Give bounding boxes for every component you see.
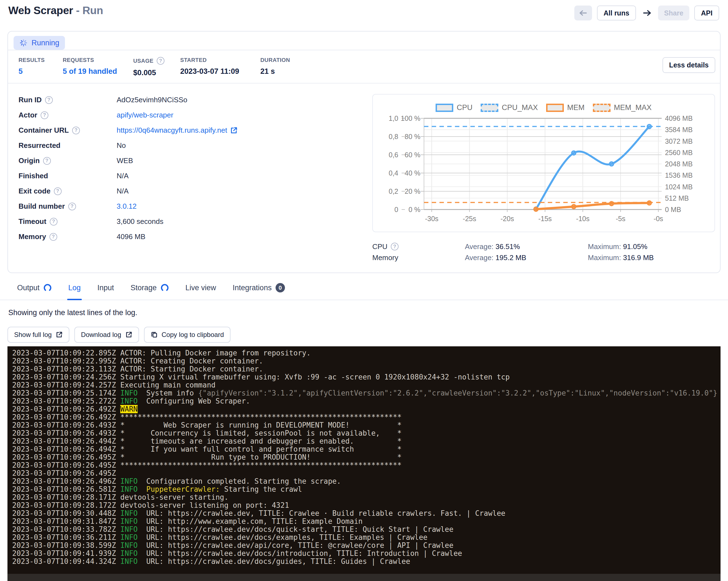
less-details-button[interactable]: Less details	[662, 57, 715, 73]
status-label: Running	[31, 39, 59, 47]
log-line: 2023-03-07T10:09:26.581Z INFO PuppeteerC…	[12, 485, 721, 493]
horizontal-scrollbar[interactable]	[7, 574, 721, 581]
log-lines: 2023-03-07T10:09:22.895Z ACTOR: Pulling …	[7, 346, 721, 565]
tab-count-badge: 0	[276, 283, 285, 292]
log-level-info: INFO	[120, 541, 138, 550]
usage-maximum: Maximum: 316.9 MB	[588, 254, 711, 262]
average-label: Average:	[465, 242, 494, 251]
help-icon[interactable]: ?	[391, 243, 398, 250]
svg-text:40 %: 40 %	[405, 169, 420, 177]
legend-label: CPU_MAX	[502, 103, 538, 112]
log-timestamp: 2023-03-07T10:09:26.495Z	[12, 453, 116, 461]
log-level-info: INFO	[120, 549, 138, 557]
tab-output[interactable]: Output	[17, 279, 52, 300]
help-icon[interactable]: ?	[50, 233, 57, 241]
detail-value[interactable]: apify/web-scraper	[116, 111, 367, 120]
tab-log[interactable]: Log	[68, 279, 81, 300]
log-line: 2023-03-07T10:09:26.493Z * Concurrency i…	[12, 429, 721, 437]
legend-item-cpu[interactable]: CPU	[436, 103, 472, 112]
stat-value: $0.005	[133, 69, 180, 77]
log-text: URL: http://www.example.com, TITLE: Exam…	[138, 517, 363, 525]
legend-swatch	[480, 104, 498, 112]
maximum-label: Maximum:	[588, 254, 621, 262]
external-link-icon	[56, 331, 63, 338]
usage-chart: 00,20,40,60,81,00 %20 %40 %60 %80 %100 %…	[373, 114, 716, 231]
detail-label: Exit code?	[19, 187, 116, 195]
copy-log-to-clipboard-button[interactable]: Copy log to clipboard	[144, 327, 231, 343]
tab-integrations[interactable]: Integrations0	[232, 279, 286, 300]
svg-text:1024 MB: 1024 MB	[665, 183, 693, 191]
log-line: 2023-03-07T10:09:25.272Z INFO Configurin…	[12, 397, 721, 405]
log-level-info: INFO	[120, 485, 138, 493]
detail-label: Memory?	[19, 233, 116, 241]
log-timestamp: 2023-03-07T10:09:26.493Z	[12, 429, 116, 437]
log-line: 2023-03-07T10:09:38.599Z INFO URL: https…	[12, 542, 721, 550]
svg-text:-5s: -5s	[616, 215, 625, 222]
api-button[interactable]: API	[694, 5, 719, 21]
legend-item-mem_max[interactable]: MEM_MAX	[593, 103, 652, 112]
legend-item-mem[interactable]: MEM	[546, 103, 584, 112]
previous-run-button[interactable]	[574, 5, 592, 21]
stat-value[interactable]: 5 of 19 handled	[63, 67, 133, 76]
svg-text:512 MB: 512 MB	[665, 194, 689, 202]
log-text	[116, 485, 121, 493]
legend-item-cpu_max[interactable]: CPU_MAX	[480, 103, 538, 112]
help-icon[interactable]: ?	[41, 111, 48, 119]
legend-label: CPU	[457, 103, 472, 112]
log-line: 2023-03-07T10:09:22.895Z ACTOR: Pulling …	[12, 349, 721, 357]
all-runs-button[interactable]: All runs	[597, 5, 636, 21]
stat-value: 21 s	[260, 67, 316, 76]
log-text	[138, 485, 146, 493]
detail-label: Timeout?	[19, 217, 116, 226]
log-timestamp: 2023-03-07T10:09:41.939Z	[12, 549, 116, 557]
log-level-info: INFO	[120, 525, 138, 533]
detail-value[interactable]: 3.0.12	[116, 202, 367, 211]
help-icon[interactable]: ?	[45, 96, 53, 104]
help-icon[interactable]: ?	[50, 218, 57, 226]
tab-storage[interactable]: Storage	[130, 279, 170, 300]
help-icon[interactable]: ?	[54, 187, 62, 195]
tab-input[interactable]: Input	[97, 279, 114, 300]
next-run-button[interactable]	[641, 5, 653, 21]
log-terminal[interactable]: 2023-03-07T10:09:22.895Z ACTOR: Pulling …	[7, 346, 721, 581]
stat-requests: REQUESTS5 of 19 handled	[63, 55, 133, 82]
svg-text:80 %: 80 %	[405, 133, 420, 140]
show-full-log-button[interactable]: Show full log	[7, 327, 69, 343]
help-icon[interactable]: ?	[72, 127, 80, 134]
svg-text:-25s: -25s	[463, 215, 476, 222]
help-icon[interactable]: ?	[43, 157, 51, 165]
log-timestamp: 2023-03-07T10:09:44.324Z	[12, 557, 116, 565]
detail-value[interactable]: https://0q64wnacgyft.runs.apify.net	[116, 126, 367, 135]
log-timestamp: 2023-03-07T10:09:26.495Z	[12, 461, 116, 469]
stat-value[interactable]: 5	[19, 67, 63, 76]
svg-text:1536 MB: 1536 MB	[665, 171, 693, 179]
svg-text:100 %: 100 %	[401, 114, 420, 122]
svg-text:0,2: 0,2	[389, 187, 398, 195]
svg-text:0 %: 0 %	[409, 206, 420, 213]
log-level-info: INFO	[120, 557, 138, 565]
stat-duration: DURATION21 s	[260, 55, 316, 82]
log-text: * Concurrency is limited, sessionPool is…	[116, 429, 401, 437]
detail-row: Run ID?AdOz5evimh9NCiSSo	[19, 92, 367, 107]
detail-label: Origin?	[19, 156, 116, 165]
maximum-value: 91.05%	[623, 242, 647, 251]
log-line: 2023-03-07T10:09:26.495Z ***************…	[12, 461, 721, 469]
header-actions: All runs Share API	[574, 5, 719, 21]
help-icon[interactable]: ?	[68, 203, 76, 210]
svg-text:20 %: 20 %	[405, 187, 420, 195]
detail-row: Build number?3.0.12	[19, 199, 367, 214]
log-level-warn: WARN	[120, 405, 138, 413]
usage-row-cpu: CPU?Average: 36.51%Maximum: 91.05%	[372, 241, 715, 252]
download-log-button[interactable]: Download log	[74, 327, 139, 343]
share-button[interactable]: Share	[658, 5, 689, 21]
maximum-value: 316.9 MB	[623, 254, 654, 262]
log-line: 2023-03-07T10:09:26.492Z ***************…	[12, 413, 721, 421]
stat-usage: USAGE?$0.005	[133, 55, 180, 82]
tab-live-view[interactable]: Live view	[185, 279, 217, 300]
usage-average: Average: 36.51%	[465, 242, 588, 251]
log-timestamp: 2023-03-07T10:09:25.174Z	[12, 389, 116, 397]
help-icon[interactable]: ?	[157, 57, 164, 65]
legend-swatch	[593, 104, 610, 112]
log-text: Configuring Web Scraper.	[138, 397, 250, 405]
log-timestamp: 2023-03-07T10:09:25.272Z	[12, 397, 116, 405]
